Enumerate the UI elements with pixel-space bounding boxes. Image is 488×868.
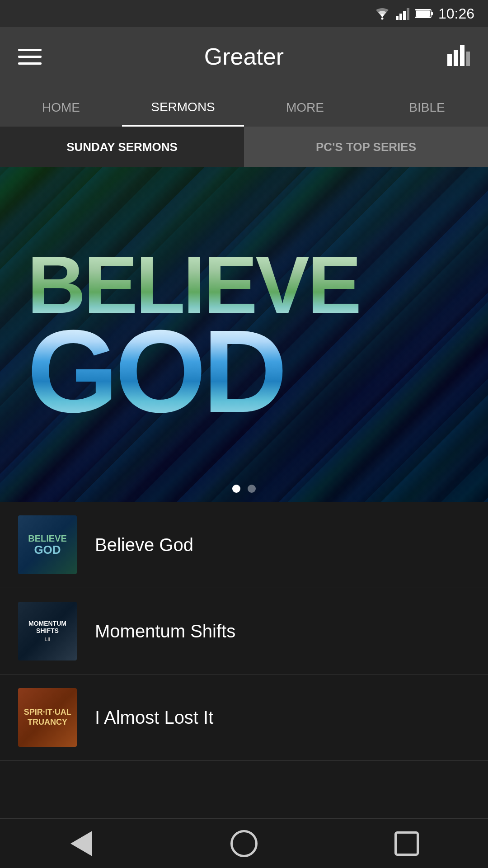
thumbnail-momentum-line2: SHIFTS bbox=[36, 627, 59, 634]
svg-point-0 bbox=[381, 18, 383, 20]
sub-tab-pcs-top-series[interactable]: PC'S TOP SERIES bbox=[244, 127, 488, 167]
sub-tab-sunday-sermons[interactable]: SUNDAY SERMONS bbox=[0, 127, 244, 167]
svg-rect-10 bbox=[460, 45, 465, 66]
svg-rect-1 bbox=[396, 16, 399, 20]
hero-text: BELIEVE GOD bbox=[0, 248, 488, 421]
thumbnail-spiritual-line2: TRUANCY bbox=[28, 717, 67, 726]
home-icon bbox=[230, 830, 258, 857]
thumbnail-spiritual-text: SPIR·IT·UAL TRUANCY bbox=[18, 708, 77, 727]
svg-rect-7 bbox=[416, 10, 430, 17]
tab-home[interactable]: HOME bbox=[0, 86, 122, 127]
recents-icon bbox=[394, 831, 419, 856]
thumbnail-momentum-badge: LII bbox=[18, 637, 77, 642]
thumbnail-believe-god-text: BELIEVE GOD bbox=[28, 533, 67, 557]
app-bar: Greater bbox=[0, 27, 488, 86]
hero-dots bbox=[232, 485, 256, 493]
sermon-title-believe-god: Believe God bbox=[95, 535, 193, 555]
wifi-icon bbox=[374, 7, 390, 20]
sub-tabs: SUNDAY SERMONS PC'S TOP SERIES bbox=[0, 127, 488, 167]
status-bar: 10:26 bbox=[0, 0, 488, 27]
nav-tabs: HOME SERMONS MORE BIBLE bbox=[0, 86, 488, 127]
svg-rect-2 bbox=[399, 14, 402, 20]
thumbnail-momentum-shifts: MOMENTUM SHIFTS LII bbox=[18, 602, 77, 660]
menu-button[interactable] bbox=[18, 49, 42, 65]
sermon-title-i-almost-lost-it: I Almost Lost It bbox=[95, 708, 213, 728]
status-time: 10:26 bbox=[438, 5, 474, 22]
thumbnail-line1: BELIEVE bbox=[28, 533, 67, 543]
sermon-title-momentum-shifts: Momentum Shifts bbox=[95, 621, 235, 642]
thumbnail-spiritual-line1: SPIR·IT·UAL bbox=[24, 708, 71, 717]
thumbnail-spiritual-truancy: SPIR·IT·UAL TRUANCY bbox=[18, 688, 77, 747]
thumbnail-believe-god: BELIEVE GOD bbox=[18, 515, 77, 574]
back-icon bbox=[70, 831, 92, 856]
status-icons: 10:26 bbox=[374, 5, 474, 22]
thumbnail-momentum-line1: MOMENTUM bbox=[28, 620, 66, 627]
sermon-item-believe-god[interactable]: BELIEVE GOD Believe God bbox=[0, 502, 488, 588]
svg-rect-9 bbox=[454, 50, 458, 66]
hero-line2: GOD bbox=[27, 321, 461, 421]
hero-banner[interactable]: BELIEVE GOD bbox=[0, 167, 488, 502]
tab-bible[interactable]: BIBLE bbox=[366, 86, 488, 127]
sermon-item-momentum-shifts[interactable]: MOMENTUM SHIFTS LII Momentum Shifts bbox=[0, 588, 488, 675]
nav-back-button[interactable] bbox=[59, 826, 104, 862]
nav-recents-button[interactable] bbox=[384, 826, 429, 862]
thumbnail-line2: GOD bbox=[28, 543, 67, 557]
bottom-spacer bbox=[0, 761, 488, 811]
nav-home-button[interactable] bbox=[221, 826, 267, 862]
bottom-nav bbox=[0, 818, 488, 868]
sermon-item-i-almost-lost-it[interactable]: SPIR·IT·UAL TRUANCY I Almost Lost It bbox=[0, 675, 488, 761]
battery-icon bbox=[415, 9, 433, 19]
signal-icon bbox=[396, 7, 409, 20]
tab-more[interactable]: MORE bbox=[244, 86, 366, 127]
hamburger-line-1 bbox=[18, 49, 42, 51]
sermon-list: BELIEVE GOD Believe God MOMENTUM SHIFTS … bbox=[0, 502, 488, 761]
svg-rect-6 bbox=[431, 12, 433, 15]
svg-rect-3 bbox=[403, 11, 406, 20]
stats-button[interactable] bbox=[446, 45, 470, 68]
svg-rect-4 bbox=[407, 8, 409, 20]
hamburger-line-3 bbox=[18, 62, 42, 65]
app-title: Greater bbox=[204, 43, 284, 70]
hamburger-line-2 bbox=[18, 56, 42, 58]
svg-rect-8 bbox=[447, 54, 452, 66]
svg-rect-11 bbox=[466, 52, 470, 66]
tab-sermons[interactable]: SERMONS bbox=[122, 86, 244, 127]
hero-dot-2 bbox=[248, 485, 256, 493]
hero-dot-1 bbox=[232, 485, 240, 493]
thumbnail-momentum-text: MOMENTUM SHIFTS LII bbox=[18, 620, 77, 643]
